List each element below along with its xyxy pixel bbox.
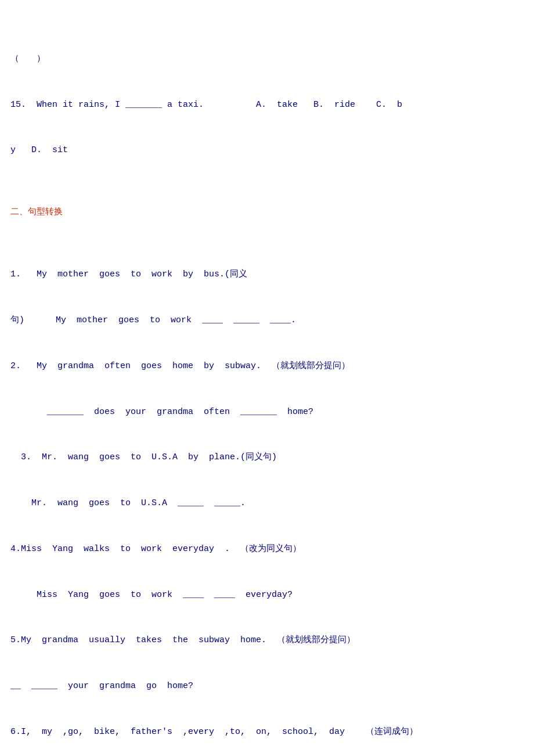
line-15: 15. When it rains, I _______ a taxi. A. … bbox=[10, 98, 524, 113]
q2-5b: __ _____ your grandma go home? bbox=[10, 679, 524, 694]
q2-2b: _______ does your grandma often _______ … bbox=[10, 405, 524, 420]
line-15b: y D. sit bbox=[10, 143, 524, 158]
q2-3a: 3. Mr. wang goes to U.S.A by plane.(同义句) bbox=[10, 450, 524, 465]
page-content: （ ） 15. When it rains, I _______ a taxi.… bbox=[10, 6, 524, 756]
q2-4b: Miss Yang goes to work ____ ____ everyda… bbox=[10, 588, 524, 603]
line-paren: （ ） bbox=[10, 52, 524, 67]
q2-6: 6.I, my ,go, bike, father's ,every ,to, … bbox=[10, 725, 524, 740]
q2-2a: 2. My grandma often goes home by subway.… bbox=[10, 359, 524, 374]
q2-5a: 5.My grandma usually takes the subway ho… bbox=[10, 633, 524, 648]
q2-4a: 4.Miss Yang walks to work everyday . （改为… bbox=[10, 542, 524, 557]
q2-1b: 句) My mother goes to work ____ _____ ___… bbox=[10, 313, 524, 328]
q2-3b: Mr. wang goes to U.S.A _____ _____. bbox=[10, 496, 524, 511]
q2-1a: 1. My mother goes to work by bus.(同义 bbox=[10, 267, 524, 282]
section-2-heading: 二、句型转换 bbox=[10, 205, 524, 220]
